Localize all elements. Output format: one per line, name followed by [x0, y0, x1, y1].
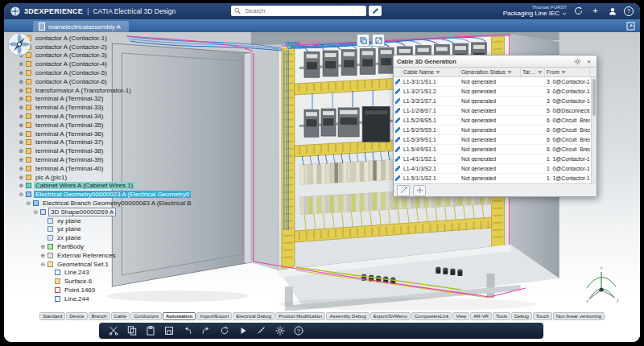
- table-row[interactable]: L1-5/2/8/S5.1Not generated6_0@Circuit_Br…: [394, 116, 592, 126]
- search-box[interactable]: [231, 6, 366, 16]
- tree-item[interactable]: Point.1469: [10, 286, 242, 295]
- dialog-settings-button[interactable]: [573, 57, 582, 66]
- workbench-tab-electrical-debug[interactable]: Electrical Debug: [233, 312, 275, 320]
- tree-item[interactable]: ⊕contactor A (Contactor-2): [10, 43, 242, 51]
- workspace-selector[interactable]: Packaging Line IEC: [503, 10, 567, 18]
- tree-item[interactable]: ⊕Cabinet Wires A (Cabinet Wires.1): [10, 182, 242, 191]
- tree-item[interactable]: xy plane: [10, 216, 242, 225]
- workbench-tab-standard[interactable]: Standard: [39, 312, 65, 320]
- tree-item[interactable]: Line.244: [10, 295, 242, 303]
- workbench-tab-product-modification[interactable]: Product Modification: [275, 312, 325, 320]
- expand-icon[interactable]: ⊕: [18, 60, 25, 68]
- tree-item[interactable]: zx plane: [10, 233, 242, 242]
- tree-item[interactable]: Line.243: [10, 269, 242, 278]
- table-row[interactable]: L1-5/3/9/S1.1Not generated6_0@Circuit_Br…: [394, 135, 592, 145]
- workbench-tab-import-export[interactable]: Import/Export: [196, 312, 232, 320]
- workbench-tab-compositeslink[interactable]: CompositesLink: [411, 312, 452, 320]
- refresh-button[interactable]: [218, 325, 230, 337]
- cut-button[interactable]: [107, 325, 119, 337]
- table-row[interactable]: L1-5/1/1/S2.1Not generated1_1@Contactor-…: [394, 174, 592, 183]
- tree-item[interactable]: ⊕terminal A (Terminal-39): [10, 155, 242, 164]
- 3dexperience-compass[interactable]: [7, 32, 31, 56]
- tree-item[interactable]: ⊕terminal A (Terminal-36): [10, 130, 242, 138]
- expand-icon[interactable]: ⊕: [18, 130, 25, 138]
- workbench-tab-branch[interactable]: Branch: [89, 312, 110, 320]
- tree-item[interactable]: ⊕contactor A (Contactor-4): [10, 60, 242, 68]
- workbench-tab-conductors[interactable]: Conductors: [130, 312, 162, 320]
- table-row[interactable]: L1-4/1/1/S2.1Not generated1_1@Contactor-…: [394, 154, 592, 164]
- generation-options-button[interactable]: [413, 185, 426, 196]
- dialog-header[interactable]: Cable 3D Generation ×: [394, 56, 597, 68]
- render-style-button[interactable]: [357, 34, 369, 47]
- collapse-icon[interactable]: ⊖: [18, 191, 25, 198]
- tree-item[interactable]: ⊕terminal A (Terminal-38): [10, 146, 242, 155]
- expand-icon[interactable]: ⊕: [18, 156, 25, 163]
- expand-icon[interactable]: ⊕: [18, 122, 25, 129]
- table-row[interactable]: L1-5/4/9/S1.1Not generated6_0@Circuit_Br…: [394, 145, 592, 154]
- workbench-tab-cable[interactable]: Cable: [111, 312, 130, 320]
- expand-icon[interactable]: ⊕: [18, 78, 25, 85]
- tree-item[interactable]: ⊕terminal A (Terminal-33): [10, 103, 242, 112]
- dialog-scrollbar[interactable]: [591, 77, 597, 183]
- document-tab[interactable]: mainelectricalassembly A: [33, 21, 129, 32]
- table-row[interactable]: L1-3/3/1/S7.1Not generated3_0@Contactor-…: [394, 97, 592, 106]
- workbench-tab-automation[interactable]: Automation: [163, 312, 196, 320]
- share-button[interactable]: [573, 6, 584, 16]
- filter-icon[interactable]: [507, 71, 512, 74]
- filter-icon[interactable]: [538, 71, 543, 74]
- expand-icon[interactable]: ⊕: [18, 69, 25, 76]
- column-header[interactable]: Generation Status: [460, 68, 521, 76]
- table-row[interactable]: L1-5/2/9/S9.1Not generated6_0@Circuit_Br…: [394, 126, 592, 135]
- 3d-viewport[interactable]: ⊕contactor A (Contactor-1)⊕contactor A (…: [4, 32, 640, 311]
- save-button[interactable]: [163, 325, 175, 337]
- workbench-tab-view[interactable]: View: [452, 312, 469, 320]
- expand-icon[interactable]: ⊕: [39, 243, 47, 250]
- tree-item[interactable]: ⊖Geometrical Set.1: [10, 260, 242, 269]
- tree-item[interactable]: ⊕PartBody: [10, 242, 242, 251]
- expand-icon[interactable]: ⊕: [18, 87, 25, 94]
- section-view-button[interactable]: [372, 34, 385, 47]
- help-button[interactable]: ?: [292, 325, 304, 337]
- table-row[interactable]: L1-1/2/8/S7.1Not generated5_0@Disconnect…: [394, 106, 592, 116]
- expand-icon[interactable]: ⊕: [39, 252, 47, 259]
- workbench-tab-device[interactable]: Device: [66, 312, 87, 320]
- tree-item[interactable]: ⊕plc A (plc1): [10, 173, 242, 182]
- workbench-tab-assembly-debug[interactable]: Assembly Debug: [326, 312, 369, 320]
- expand-icon[interactable]: ⊕: [18, 113, 25, 120]
- dialog-close-button[interactable]: ×: [584, 57, 593, 66]
- tree-item[interactable]: ⊖Electrical Geometry00000023 A (Electric…: [10, 190, 242, 199]
- workbench-tab-debug[interactable]: Debug: [511, 312, 532, 320]
- 3dexperience-compass-icon[interactable]: [10, 6, 20, 16]
- expand-viewport-icon[interactable]: [626, 22, 635, 31]
- copy-button[interactable]: [126, 325, 138, 337]
- expand-icon[interactable]: ⊕: [18, 147, 25, 154]
- axis-gizmo[interactable]: z x y: [579, 262, 624, 307]
- search-input[interactable]: [243, 6, 363, 15]
- tree-item[interactable]: ⊖Electrical Branch Geometry00000083 A (E…: [10, 199, 242, 208]
- tree-item[interactable]: ⊕transformator A (Transformator-1): [10, 86, 242, 95]
- tree-item[interactable]: ⊕terminal A (Terminal-35): [10, 121, 242, 130]
- measure-button[interactable]: [255, 325, 267, 337]
- redo-button[interactable]: [200, 325, 212, 337]
- tree-item[interactable]: ⊕External References: [10, 251, 242, 260]
- collapse-icon[interactable]: ⊖: [32, 208, 39, 216]
- table-row[interactable]: L1-4/1/3/S2.1Not generated1_0@Contactor-…: [394, 164, 592, 174]
- tree-item[interactable]: ⊕terminal A (Terminal-32): [10, 95, 242, 104]
- add-content-button[interactable]: +: [590, 6, 601, 16]
- search-options-button[interactable]: [369, 6, 382, 16]
- workbench-tab-touch[interactable]: Touch: [533, 312, 552, 320]
- column-header[interactable]: Targe...: [521, 68, 545, 76]
- tree-item[interactable]: ⊕contactor A (Contactor-1): [10, 34, 242, 43]
- paste-button[interactable]: [144, 325, 156, 337]
- tree-item[interactable]: ⊕terminal A (Terminal-34): [10, 112, 242, 121]
- collapse-icon[interactable]: ⊖: [25, 200, 32, 207]
- workbench-tab-ar-vr[interactable]: AR-VR: [470, 312, 492, 320]
- settings-button[interactable]: [274, 325, 286, 337]
- tree-item[interactable]: ⊕terminal A (Terminal-37): [10, 138, 242, 147]
- tree-item[interactable]: ⊕contactor A (Contactor-3): [10, 51, 242, 60]
- workbench-tab-export-svmenu[interactable]: Export/SVMenu: [370, 312, 411, 320]
- workbench-tab-non-linear-versioning[interactable]: Non linear versioning: [553, 312, 605, 320]
- column-header[interactable]: From: [545, 68, 590, 76]
- filter-icon[interactable]: [436, 71, 440, 74]
- tree-item[interactable]: ⊕contactor A (Contactor-5): [10, 68, 242, 77]
